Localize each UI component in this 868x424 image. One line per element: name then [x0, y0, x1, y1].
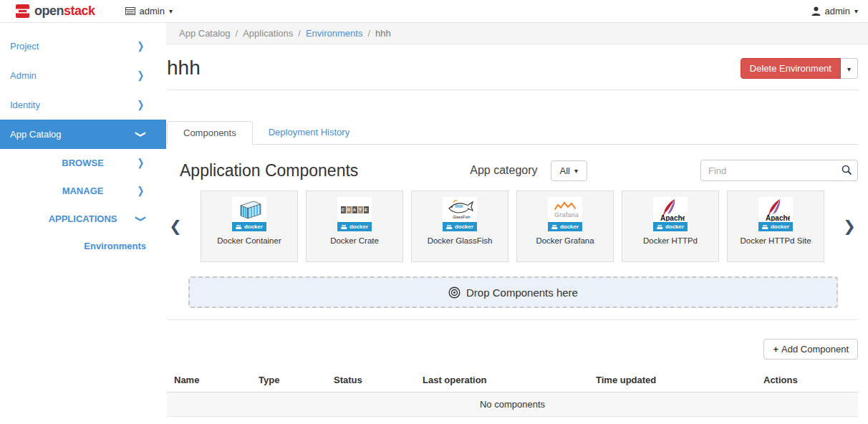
page-title: hhh [167, 57, 201, 80]
table-empty-row: No components [167, 392, 858, 417]
add-component-label: Add Component [781, 344, 849, 355]
sidebar-item-admin[interactable]: Admin ❯ [0, 61, 166, 90]
component-card[interactable]: Apache docker Docker HTTPd [622, 191, 719, 262]
context-project-label: admin [140, 6, 165, 16]
docker-banner: docker [758, 222, 793, 231]
app-category-dropdown[interactable]: All ▾ [551, 160, 587, 181]
column-header-status: Status [327, 370, 415, 392]
brand-stack: stack [64, 4, 95, 18]
tab-deployment-history[interactable]: Deployment History [253, 121, 365, 145]
tab-components[interactable]: Components [167, 121, 253, 145]
breadcrumb-separator: / [367, 28, 370, 39]
component-card[interactable]: GlassFish docker Docker GlassFish [411, 191, 508, 262]
title-divider [167, 90, 858, 90]
component-card-label: Docker HTTPd Site [740, 236, 811, 245]
drop-components-zone[interactable]: Drop Components here [188, 276, 838, 308]
docker-whale-icon [236, 224, 242, 230]
glassfish-logo: GlassFish docker [443, 197, 477, 231]
brand-open: open [34, 4, 64, 18]
component-card[interactable]: Grafana docker Docker Grafana [516, 191, 614, 262]
delete-environment-button[interactable]: Delete Environment [741, 58, 841, 79]
chevron-right-icon: ❯ [138, 69, 145, 82]
table-header-row: Name Type Status Last operation Time upd… [167, 370, 858, 392]
svg-text:Grafana: Grafana [554, 211, 579, 218]
add-component-button[interactable]: +Add Component [763, 339, 858, 360]
caret-down-icon: ▾ [574, 167, 578, 175]
docker-whale-icon [551, 224, 558, 230]
breadcrumb: App Catalog / Applications / Environment… [166, 23, 868, 44]
plus-icon: + [773, 344, 778, 355]
component-card-label: Docker Container [217, 236, 281, 245]
sidebar-nav: Project ❯ Admin ❯ Identity ❯ App Catalog… [0, 23, 166, 424]
project-context-dropdown[interactable]: admin ▾ [125, 6, 173, 16]
openstack-logo[interactable]: openstack [16, 4, 95, 19]
sidebar-item-identity[interactable]: Identity ❯ [0, 90, 166, 120]
breadcrumb-separator: / [236, 28, 238, 39]
openstack-cube-icon [16, 4, 29, 18]
sidebar-item-browse[interactable]: BROWSE ❯ [0, 149, 166, 177]
chevron-down-icon: ❯ [135, 216, 147, 223]
components-carousel-cards: docker Docker Container CRATE docker Doc… [184, 191, 841, 262]
no-components-message: No components [167, 392, 858, 417]
crate-logo: CRATE docker [337, 197, 372, 231]
docker-banner: docker [232, 222, 266, 231]
column-header-actions: Actions [756, 370, 858, 392]
apache-logo: Apache docker [653, 197, 688, 231]
sidebar-item-label: BROWSE [29, 158, 137, 168]
brand-text: openstack [34, 4, 95, 19]
tab-bar: Components Deployment History [167, 120, 858, 145]
chevron-right-icon: ❯ [138, 99, 145, 111]
docker-banner: docker [548, 222, 582, 231]
component-card[interactable]: docker Docker Container [201, 191, 298, 262]
apache-logo: Apache docker [758, 197, 793, 231]
svg-text:Apache: Apache [660, 214, 685, 221]
svg-text:GlassFish: GlassFish [453, 215, 470, 219]
top-navbar: openstack admin ▾ admin ▾ [0, 0, 868, 23]
find-search [700, 160, 858, 181]
application-components-heading: Application Components [180, 161, 358, 180]
project-list-icon [125, 7, 135, 15]
breadcrumb-environments-link[interactable]: Environments [306, 28, 362, 39]
column-header-name: Name [167, 370, 251, 392]
component-card[interactable]: CRATE docker Docker Crate [306, 191, 403, 262]
sidebar-item-environments[interactable]: Environments [0, 233, 166, 259]
components-table: Name Type Status Last operation Time upd… [167, 370, 858, 417]
breadcrumb-applications: Applications [243, 28, 293, 39]
sidebar-item-label: APPLICATIONS [29, 213, 137, 224]
sidebar-item-label: App Catalog [10, 129, 137, 140]
sidebar-item-label: MANAGE [29, 186, 137, 196]
carousel-prev-button[interactable]: ❮ [167, 218, 184, 235]
delete-environment-dropdown-toggle[interactable]: ▾ [841, 58, 858, 79]
find-input[interactable] [700, 160, 858, 181]
docker-banner: docker [337, 222, 372, 231]
breadcrumb-app-catalog: App Catalog [179, 28, 231, 39]
component-card-label: Docker HTTPd [643, 236, 698, 245]
breadcrumb-separator: / [298, 28, 301, 39]
column-header-last-operation: Last operation [415, 370, 589, 392]
docker-whale-icon [446, 224, 453, 230]
docker-whale-icon [341, 224, 347, 230]
sidebar-item-manage[interactable]: MANAGE ❯ [0, 177, 166, 205]
carousel-next-button[interactable]: ❯ [841, 218, 858, 235]
docker-banner: docker [653, 222, 688, 231]
sidebar-item-applications[interactable]: APPLICATIONS ❯ [0, 205, 166, 233]
main-content: App Catalog / Applications / Environment… [166, 23, 868, 424]
sidebar-item-project[interactable]: Project ❯ [0, 32, 166, 61]
sidebar-item-app-catalog[interactable]: App Catalog ❯ [0, 120, 166, 149]
dropzone-label: Drop Components here [466, 286, 578, 299]
user-icon [811, 6, 821, 16]
user-menu-dropdown[interactable]: admin ▾ [811, 6, 858, 16]
sidebar-item-label: Environments [84, 241, 146, 251]
breadcrumb-current: hhh [375, 28, 391, 39]
app-category-value: All [560, 165, 570, 176]
search-icon[interactable] [842, 165, 852, 178]
component-card-label: Docker GlassFish [428, 236, 493, 245]
target-icon [448, 286, 460, 299]
docker-whale-icon [657, 224, 663, 230]
component-card[interactable]: Apache docker Docker HTTPd Site [727, 191, 824, 262]
sidebar-item-label: Identity [10, 100, 137, 110]
docker-whale-icon [762, 224, 768, 230]
caret-down-icon: ▾ [847, 65, 851, 73]
app-category-label: App category [470, 164, 537, 177]
column-header-type: Type [251, 370, 327, 392]
